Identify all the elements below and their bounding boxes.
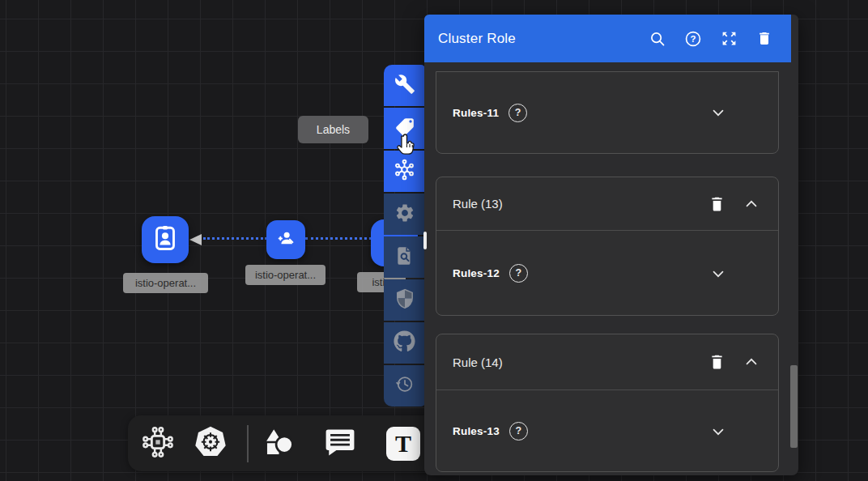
rule-card-actions [708,353,760,371]
rule-title: Rule (14) [453,355,503,369]
rule-card: Rules-11 ? [436,71,779,154]
chevron-down-icon[interactable] [709,104,727,121]
question-glyph: ? [515,108,521,118]
node-service-account[interactable] [266,220,305,259]
help-icon[interactable]: ? [509,264,528,283]
wrench-tool-button[interactable] [384,65,425,106]
fullscreen-icon[interactable] [720,30,738,48]
side-toolbar [384,65,425,407]
badge-icon [151,223,180,256]
service-account-icon [274,227,297,253]
cluster-role-panel: Cluster Role ? Rules-11 ? [424,15,798,475]
mesh-hub-icon [394,159,415,184]
toolbar-divider [247,425,249,462]
labels-tooltip: Labels [298,116,368,143]
question-glyph: ? [516,426,522,436]
question-glyph: ? [516,268,522,279]
edge-line [305,237,372,240]
panel-title: Cluster Role [438,31,516,47]
panel-header-actions: ? [649,15,773,62]
rules-label: Rules-13 [453,425,500,437]
search-icon[interactable] [649,30,666,48]
comment-tool-button[interactable] [321,425,359,462]
github-button[interactable] [384,322,425,364]
circuit-tool-button[interactable] [139,425,177,462]
help-icon[interactable]: ? [508,104,527,122]
trash-icon[interactable] [708,353,725,371]
help-icon[interactable]: ? [509,422,528,441]
text-tool-button[interactable]: T [385,425,422,462]
edge-line [203,237,267,240]
kubernetes-icon [193,424,228,463]
help-icon[interactable]: ? [684,30,702,48]
labels-tooltip-text: Labels [317,123,350,136]
edge-arrowhead [189,234,202,245]
comment-icon [322,424,358,463]
shapes-icon [259,424,296,464]
history-button[interactable] [384,365,425,407]
rules-label: Rules-11 [453,107,499,119]
chevron-up-icon[interactable] [742,195,760,213]
mesh-tool-button[interactable] [384,151,425,192]
node-cluster-role[interactable] [142,216,189,263]
rule-card-header[interactable]: Rule (14) [436,334,778,390]
kubernetes-tool-button[interactable] [192,425,229,462]
node-label-text: istio-operat... [135,277,196,289]
rule-card-header[interactable]: Rule (13) [436,177,778,231]
rules-row[interactable]: Rules-13 ? [436,390,778,472]
panel-scrollbar[interactable] [790,365,798,448]
rule-card-actions [708,195,760,213]
github-icon [394,330,415,355]
node-label: istio-operat... [245,265,326,285]
node-label: istio-operat... [123,273,208,293]
panel-resize-handle[interactable] [423,232,427,249]
file-search-button[interactable] [384,236,425,278]
shield-icon [394,288,415,313]
delete-panel-icon[interactable] [755,30,773,48]
label-tag-icon [394,117,415,141]
text-tool-glyph: T [395,432,411,456]
chevron-down-icon[interactable] [709,423,727,441]
rules-row[interactable]: Rules-11 ? [436,72,778,153]
trash-icon[interactable] [708,195,725,213]
node-label-text: istio-operat... [255,269,316,281]
gear-icon [394,202,415,227]
svg-text:?: ? [691,34,696,44]
panel-header: Cluster Role ? [424,15,791,62]
file-search-icon [394,245,415,270]
history-icon [394,374,415,398]
shapes-tool-button[interactable] [259,425,296,462]
chevron-up-icon[interactable] [742,353,760,371]
rules-row[interactable]: Rules-12 ? [436,231,778,316]
shield-button[interactable] [384,279,425,321]
settings-button[interactable] [384,194,425,235]
rule-card: Rule (14) Rules-13 ? [436,334,779,472]
wrench-icon [394,74,415,98]
text-tool-icon: T [386,427,420,461]
rules-label: Rules-12 [453,267,500,279]
chevron-down-icon[interactable] [709,265,727,283]
bottom-toolbar: T [128,415,453,471]
rule-title: Rule (13) [453,197,503,211]
labels-tool-button[interactable] [384,108,425,149]
rule-card: Rule (13) Rules-12 ? [436,177,779,316]
circuit-icon [139,424,177,464]
